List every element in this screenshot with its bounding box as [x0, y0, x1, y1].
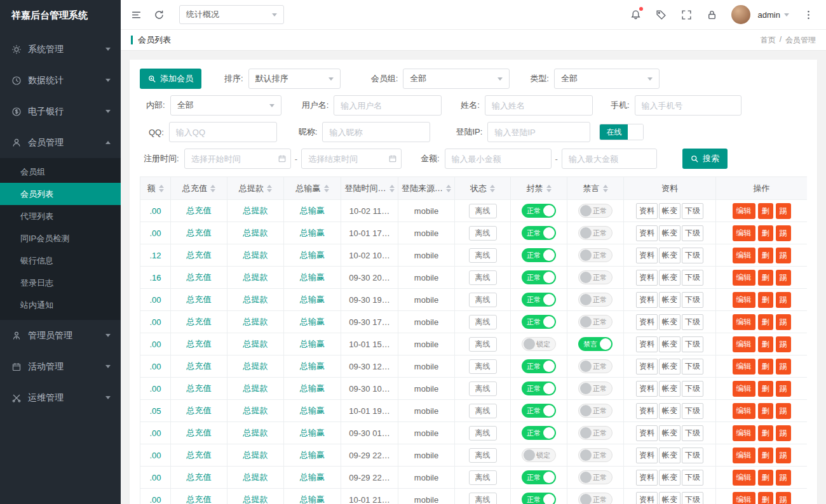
end-date-input[interactable]: [301, 149, 402, 169]
ban-toggle[interactable]: 正常: [522, 248, 556, 262]
breadcrumb-home[interactable]: 首页: [761, 35, 776, 46]
account-change-button[interactable]: 帐变: [659, 381, 680, 397]
column-header-8[interactable]: 禁言: [567, 177, 624, 200]
account-change-button[interactable]: 帐变: [659, 336, 680, 352]
kick-button[interactable]: 踢: [776, 470, 791, 486]
kick-button[interactable]: 踢: [776, 248, 791, 263]
online-filter-toggle[interactable]: 在线: [599, 124, 644, 140]
mute-toggle[interactable]: 正常: [578, 204, 613, 218]
delete-button[interactable]: 删: [758, 448, 773, 463]
kick-button[interactable]: 踢: [776, 381, 791, 397]
edit-button[interactable]: 编辑: [733, 336, 755, 352]
profile-button[interactable]: 资料: [636, 492, 658, 504]
total-winlose-link[interactable]: 总输赢: [300, 272, 325, 282]
ban-toggle[interactable]: 正常: [522, 293, 556, 307]
mute-toggle[interactable]: 禁言: [578, 337, 613, 351]
subordinate-button[interactable]: 下级: [682, 225, 703, 241]
account-change-button[interactable]: 帐变: [659, 248, 680, 263]
profile-button[interactable]: 资料: [636, 470, 658, 486]
sidebar-item-members[interactable]: 会员管理: [0, 127, 121, 158]
total-recharge-link[interactable]: 总充值: [187, 472, 212, 482]
total-withdraw-link[interactable]: 总提款: [243, 317, 268, 326]
column-header-0[interactable]: 额: [140, 177, 171, 200]
kick-button[interactable]: 踢: [776, 448, 791, 463]
profile-button[interactable]: 资料: [636, 381, 658, 397]
column-header-4[interactable]: 登陆时间…: [341, 177, 398, 200]
total-recharge-link[interactable]: 总充值: [187, 250, 212, 260]
fullscreen-icon[interactable]: [680, 8, 693, 21]
ban-toggle[interactable]: 锁定: [522, 448, 556, 462]
total-withdraw-link[interactable]: 总提款: [243, 472, 268, 482]
total-winlose-link[interactable]: 总输赢: [300, 472, 325, 482]
account-change-button[interactable]: 帐变: [659, 359, 680, 375]
profile-button[interactable]: 资料: [636, 403, 658, 419]
login-ip-input[interactable]: [487, 122, 590, 142]
ban-toggle[interactable]: 正常: [522, 404, 556, 418]
total-recharge-link[interactable]: 总充值: [187, 361, 212, 371]
total-winlose-link[interactable]: 总输赢: [300, 317, 325, 326]
mute-toggle[interactable]: 正常: [578, 359, 613, 373]
user-menu[interactable]: admin: [758, 10, 789, 20]
profile-button[interactable]: 资料: [636, 336, 658, 352]
internal-select[interactable]: 全部: [170, 95, 281, 116]
profile-button[interactable]: 资料: [636, 425, 658, 441]
total-withdraw-link[interactable]: 总提款: [243, 361, 268, 371]
mute-toggle[interactable]: 正常: [578, 426, 613, 440]
kick-button[interactable]: 踢: [776, 225, 791, 241]
mute-toggle[interactable]: 正常: [578, 293, 613, 307]
sidebar-item-admins[interactable]: 管理员管理: [0, 320, 121, 351]
delete-button[interactable]: 删: [758, 470, 773, 486]
total-winlose-link[interactable]: 总输赢: [300, 450, 325, 460]
ban-toggle[interactable]: 正常: [522, 493, 556, 504]
sidebar-item-ops[interactable]: 运维管理: [0, 382, 121, 413]
nav-select[interactable]: 统计概况: [179, 5, 284, 24]
edit-button[interactable]: 编辑: [733, 448, 755, 463]
total-winlose-link[interactable]: 总输赢: [300, 406, 325, 415]
subordinate-button[interactable]: 下级: [682, 314, 703, 330]
total-withdraw-link[interactable]: 总提款: [243, 250, 268, 260]
profile-button[interactable]: 资料: [636, 225, 658, 241]
edit-button[interactable]: 编辑: [733, 425, 755, 441]
subordinate-button[interactable]: 下级: [682, 203, 703, 219]
total-recharge-link[interactable]: 总充值: [187, 272, 212, 282]
subordinate-button[interactable]: 下级: [682, 492, 703, 504]
sidebar-subitem-login-log[interactable]: 登录日志: [0, 272, 121, 294]
column-header-6[interactable]: 状态: [455, 177, 511, 200]
sidebar-item-activity[interactable]: 活动管理: [0, 351, 121, 382]
subordinate-button[interactable]: 下级: [682, 248, 703, 263]
mute-toggle[interactable]: 正常: [578, 404, 613, 418]
sidebar-subitem-bank-info[interactable]: 银行信息: [0, 249, 121, 272]
sidebar-item-statistics[interactable]: 数据统计: [0, 65, 121, 96]
total-recharge-link[interactable]: 总充值: [187, 383, 212, 393]
total-withdraw-link[interactable]: 总提款: [243, 339, 268, 348]
kick-button[interactable]: 踢: [776, 492, 791, 504]
sidebar-subitem-agent-list[interactable]: 代理列表: [0, 205, 121, 227]
mute-toggle[interactable]: 正常: [578, 315, 613, 329]
delete-button[interactable]: 删: [758, 359, 773, 375]
edit-button[interactable]: 编辑: [733, 292, 755, 308]
kick-button[interactable]: 踢: [776, 292, 791, 308]
mute-toggle[interactable]: 正常: [578, 470, 613, 484]
phone-input[interactable]: [635, 95, 741, 116]
account-change-button[interactable]: 帐变: [659, 270, 680, 286]
collapse-sidebar-icon[interactable]: [130, 8, 142, 21]
sidebar-subitem-site-notice[interactable]: 站内通知: [0, 294, 121, 316]
ban-toggle[interactable]: 正常: [522, 359, 556, 373]
subordinate-button[interactable]: 下级: [682, 336, 703, 352]
edit-button[interactable]: 编辑: [733, 381, 755, 397]
total-withdraw-link[interactable]: 总提款: [243, 428, 268, 437]
total-withdraw-link[interactable]: 总提款: [243, 228, 268, 237]
account-change-button[interactable]: 帐变: [659, 403, 680, 419]
sidebar-subitem-same-ip-check[interactable]: 同IP会员检测: [0, 227, 121, 249]
subordinate-button[interactable]: 下级: [682, 403, 703, 419]
name-input[interactable]: [485, 95, 593, 116]
total-withdraw-link[interactable]: 总提款: [243, 272, 268, 282]
profile-button[interactable]: 资料: [636, 314, 658, 330]
edit-button[interactable]: 编辑: [733, 248, 755, 263]
total-recharge-link[interactable]: 总充值: [187, 295, 212, 304]
sort-select[interactable]: 默认排序: [248, 69, 341, 89]
subordinate-button[interactable]: 下级: [682, 270, 703, 286]
total-withdraw-link[interactable]: 总提款: [243, 383, 268, 393]
edit-button[interactable]: 编辑: [733, 492, 755, 504]
account-change-button[interactable]: 帐变: [659, 314, 680, 330]
